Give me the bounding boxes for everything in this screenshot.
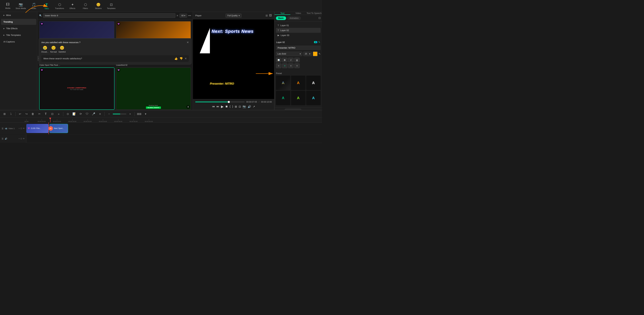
mark-out-button[interactable]: } (232, 105, 233, 108)
track2-eye-icon[interactable]: 👁 (23, 137, 25, 140)
track-copy-icon[interactable]: ⊡ (20, 127, 22, 130)
redo-button[interactable]: ↪ (24, 111, 29, 117)
clip-video1[interactable]: 💜 21:00 / Film... (26, 124, 48, 133)
satisfied-option[interactable]: 😊 Satisfied (58, 46, 66, 53)
tab-tts[interactable]: Text To Speech (306, 12, 322, 15)
sidebar-item-mine[interactable]: ▶ Mine (1, 12, 36, 18)
color-grade-button[interactable]: 🛡 (84, 111, 90, 117)
layer-item-03[interactable]: ▶ Layer 03 (276, 33, 321, 38)
nav-item-templates[interactable]: ⊡ Templates (105, 1, 117, 11)
popup-close-button[interactable]: ✕ (186, 41, 189, 44)
font-family-dropdown[interactable]: Lato Bold ▾ (276, 52, 302, 56)
align-justify-button[interactable]: ≡ (294, 63, 300, 68)
list-item[interactable]: DYNAMIC LOWERTHIRDS PUT YOUR TEXT HERE 💜… (39, 67, 114, 110)
color-picker-button[interactable] (313, 51, 318, 56)
stop-button[interactable]: ⏹ (225, 105, 228, 108)
nav-item-audio[interactable]: 🎵 Audio (28, 1, 40, 11)
list-item[interactable]: Breaking News GLOBAL EVENTS 💜 ⬇ News Set… (116, 67, 191, 110)
preset-item-2[interactable]: A (291, 76, 306, 90)
layer-item-01[interactable]: T Layer 01 (276, 23, 321, 28)
align-right-button[interactable]: ≡ (288, 63, 294, 68)
preset-item-3[interactable]: A (306, 76, 321, 90)
nav-item-titles[interactable]: T Titles (40, 1, 53, 11)
track2-add-icon[interactable]: + (18, 137, 20, 140)
more-controls-button[interactable]: ⊞ (235, 105, 237, 108)
more-button[interactable]: » (56, 111, 62, 117)
italic-button[interactable]: I (288, 58, 294, 62)
subtab-basic[interactable]: Basic (276, 16, 286, 20)
panel-collapse-button[interactable]: ⊡ (318, 16, 321, 20)
preset-item-4[interactable]: A (276, 91, 290, 105)
sidebar-item-ai-captions[interactable]: AI Captions (1, 39, 36, 45)
thumbs-up-button[interactable]: 👍 (174, 57, 178, 60)
skip-back-button[interactable]: ⏮ (212, 105, 215, 108)
fullscreen-button[interactable]: ↗ (253, 105, 255, 108)
grid-overlay-button[interactable]: ⊞⊞ (136, 111, 142, 117)
size-chevron-icon: ▾ (309, 53, 310, 55)
track-add-icon[interactable]: + (18, 127, 20, 130)
quality-dropdown[interactable]: Full Quality ▾ (226, 13, 242, 18)
dissatisfied-option[interactable]: 😢 Dissati... (41, 46, 48, 53)
stats-button[interactable]: 📊 (276, 58, 281, 62)
play-button[interactable]: ▶ (221, 104, 224, 109)
track-eye-icon[interactable]: 👁 (23, 127, 25, 130)
sidebar-item-title-effects[interactable]: ▶ Title Effects (1, 25, 36, 31)
edit-layer-button[interactable]: ✎ (318, 41, 320, 43)
nav-item-stock[interactable]: 📷 Stock Media (15, 1, 27, 11)
notbad-option[interactable]: 😐 Not bad (50, 46, 57, 53)
cursor-button[interactable]: ⤵ (8, 111, 14, 117)
split-button[interactable]: ✂ (36, 111, 42, 117)
more-options-icon[interactable]: ••• (188, 14, 191, 17)
crop-button[interactable]: ⊡ (50, 111, 55, 117)
image-view-icon[interactable]: 🖼 (269, 14, 272, 17)
plus-button[interactable]: + (128, 111, 133, 117)
minus-button[interactable]: − (106, 111, 112, 117)
align-left-button[interactable]: ≡ (276, 63, 281, 68)
search-input[interactable] (43, 13, 175, 18)
subtab-animation[interactable]: Animation (287, 16, 301, 20)
nav-item-filters[interactable]: ⬡ Filters (79, 1, 92, 11)
motion-button[interactable]: ⊙ (65, 111, 70, 117)
align-center-button[interactable]: ≡ (282, 63, 288, 68)
sidebar-item-trending[interactable]: Trending (1, 19, 36, 25)
snapshot-button[interactable]: 📷 (242, 105, 246, 108)
mark-in-button[interactable]: { (230, 105, 230, 108)
underline-button[interactable]: U (294, 58, 300, 62)
tab-video[interactable]: Video (290, 12, 306, 15)
nav-item-media[interactable]: 🎞 Media (2, 1, 14, 11)
delete-button[interactable]: 🗑 (30, 111, 36, 117)
zoom-slider[interactable] (113, 114, 126, 114)
preset-item-1[interactable]: A (276, 76, 290, 90)
font-size-dropdown[interactable]: 25 ▾ (303, 52, 312, 56)
keyframe-button[interactable]: ≡ (97, 111, 103, 117)
settings-chevron-button[interactable]: ▾ (143, 111, 148, 117)
rotate-button[interactable]: ⟳ (78, 111, 83, 117)
nav-item-stickers[interactable]: 😊 Stickers (92, 1, 104, 11)
voice-button[interactable]: 🎤 (91, 111, 96, 117)
thumbs-down-button[interactable]: 👎 (180, 57, 183, 60)
layer-text-value[interactable]: Presenter: NITRO (276, 45, 321, 50)
preset-item-6[interactable]: A (306, 91, 321, 105)
keyframe-panel-button[interactable]: Keyframe Panel (285, 109, 302, 110)
step-back-button[interactable]: ⏭ (216, 105, 219, 108)
nav-item-effects[interactable]: ✦ Effects (66, 1, 78, 11)
screen-button[interactable]: ⊡ (239, 105, 241, 108)
volume-button[interactable]: 🔊 (248, 105, 251, 108)
pen-icon[interactable]: ✎ (318, 52, 321, 55)
scene-button[interactable]: ⊞ (2, 111, 7, 117)
track2-copy-icon[interactable]: ⊡ (20, 137, 22, 140)
bold-button[interactable]: B (282, 58, 288, 62)
undo-button[interactable]: ↩ (17, 111, 22, 117)
layer-item-02[interactable]: T Layer 02 (276, 28, 321, 33)
grid-view-icon[interactable]: ⊞ (266, 14, 268, 17)
text-button[interactable]: T (43, 111, 48, 117)
nav-item-transitions[interactable]: ⬡ Transitions (54, 1, 66, 11)
filter-dropdown[interactable]: All ▾ (180, 13, 187, 18)
search-clear-icon[interactable]: ✕ (176, 14, 178, 17)
tab-text[interactable]: Text (274, 12, 290, 15)
feedback-close-button[interactable]: ✕ (184, 57, 187, 60)
sidebar-item-title-templates[interactable]: ▶ Title Templates (1, 32, 36, 38)
caption-button[interactable]: 📝 (72, 111, 77, 117)
preset-item-5[interactable]: A (291, 91, 306, 105)
progress-bar[interactable] (195, 102, 244, 102)
